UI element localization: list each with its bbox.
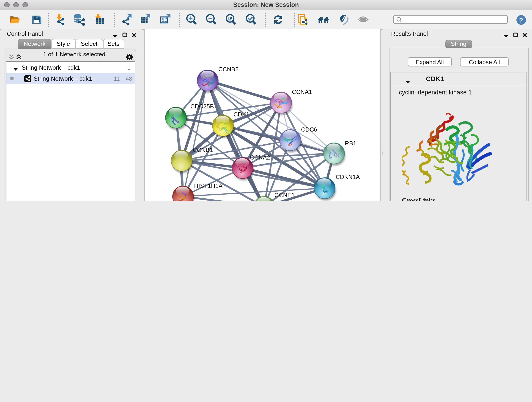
svg-text:CCNA2: CCNA2 bbox=[250, 154, 270, 161]
svg-text:HIST1H1A: HIST1H1A bbox=[194, 182, 222, 189]
svg-text:CDC6: CDC6 bbox=[301, 126, 317, 133]
svg-text:RB1: RB1 bbox=[345, 140, 356, 147]
svg-text:CDKN1A: CDKN1A bbox=[336, 173, 360, 180]
svg-text:CCNB2: CCNB2 bbox=[218, 66, 238, 73]
svg-text:CCNE1: CCNE1 bbox=[274, 191, 294, 198]
svg-text:CDK1: CDK1 bbox=[233, 111, 249, 118]
svg-text:CCNA1: CCNA1 bbox=[292, 89, 312, 95]
svg-text:CCNB1: CCNB1 bbox=[192, 147, 213, 153]
svg-text:CDC25B: CDC25B bbox=[190, 103, 214, 110]
